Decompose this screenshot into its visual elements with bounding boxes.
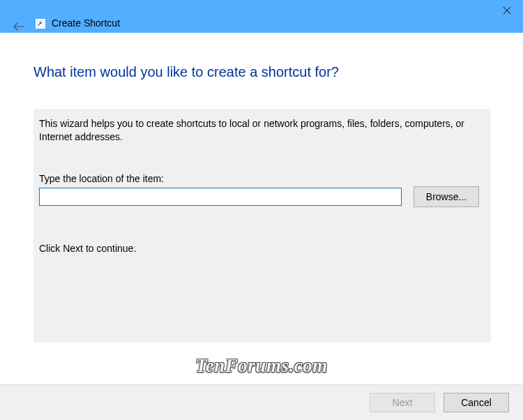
location-label: Type the location of the item: bbox=[39, 173, 164, 184]
shortcut-icon bbox=[36, 19, 45, 29]
back-arrow-icon bbox=[13, 22, 24, 31]
description-text: This wizard helps you to create shortcut… bbox=[39, 117, 480, 144]
close-button[interactable] bbox=[491, 0, 523, 21]
footer-bar: Next Cancel bbox=[0, 384, 523, 420]
page-heading: What item would you like to create a sho… bbox=[33, 64, 339, 80]
window-title: Create Shortcut bbox=[52, 17, 120, 29]
wizard-panel: This wizard helps you to create shortcut… bbox=[33, 109, 491, 343]
content-area: What item would you like to create a sho… bbox=[0, 33, 523, 420]
continue-text: Click Next to continue. bbox=[39, 243, 136, 254]
svg-rect-2 bbox=[37, 20, 44, 27]
browse-button[interactable]: Browse... bbox=[414, 186, 479, 207]
next-button: Next bbox=[370, 393, 435, 412]
location-input[interactable] bbox=[39, 188, 402, 206]
close-icon bbox=[503, 7, 510, 14]
cancel-button[interactable]: Cancel bbox=[444, 393, 509, 412]
back-button[interactable] bbox=[12, 20, 26, 33]
titlebar: Create Shortcut bbox=[0, 0, 523, 33]
watermark-text: TenForums.com bbox=[0, 355, 523, 377]
